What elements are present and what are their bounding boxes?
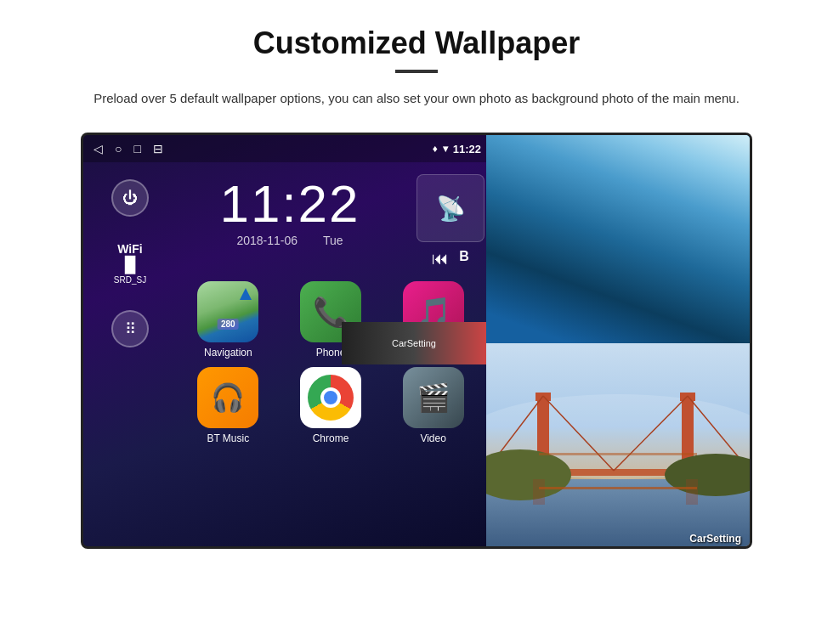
page-title: Customized Wallpaper bbox=[51, 25, 782, 61]
chrome-icon bbox=[300, 367, 361, 428]
wifi-name: SRD_SJ bbox=[114, 275, 146, 285]
app-navigation[interactable]: 280 Navigation bbox=[181, 281, 275, 359]
wallpaper-ice-cave[interactable] bbox=[486, 135, 750, 343]
carsetting-label: CarSetting bbox=[392, 338, 436, 348]
svg-point-2 bbox=[639, 135, 750, 182]
svg-marker-4 bbox=[571, 135, 622, 178]
nav-arrow bbox=[240, 288, 252, 300]
nav-road-label: 280 bbox=[218, 319, 239, 330]
nav-icons: ◁ ○ □ ⊟ bbox=[94, 142, 163, 155]
status-bar: ◁ ○ □ ⊟ ♦ ▾ 11:22 bbox=[83, 135, 491, 162]
prev-track-icon[interactable]: ⏮ bbox=[432, 249, 449, 268]
media-section: 📡 ⏮ B bbox=[416, 174, 484, 268]
sidebar: ⏻ WiFi ▐▌ SRD_SJ ⠿ bbox=[83, 162, 177, 549]
svg-point-7 bbox=[584, 152, 652, 322]
clock-date-text: 2018-11-06 bbox=[236, 234, 298, 247]
clock-date: 2018-11-06 Tue bbox=[236, 234, 343, 247]
navigation-label: Navigation bbox=[204, 347, 252, 359]
wifi-info: WiFi ▐▌ SRD_SJ bbox=[114, 242, 146, 285]
radio-icon-box[interactable]: 📡 bbox=[416, 174, 484, 242]
carsetting-strip: CarSetting bbox=[342, 322, 486, 364]
home-icon[interactable]: ○ bbox=[115, 142, 122, 155]
svg-marker-5 bbox=[656, 135, 716, 195]
wifi-bars: ▐▌ bbox=[114, 256, 146, 274]
ice-cave-svg bbox=[486, 135, 750, 343]
clock-day-text: Tue bbox=[323, 234, 343, 247]
navigation-icon: 280 bbox=[197, 281, 258, 342]
app-chrome[interactable]: Chrome bbox=[284, 367, 378, 444]
carsetting-label-overlay: CarSetting bbox=[689, 533, 741, 545]
svg-point-9 bbox=[567, 292, 669, 318]
video-glyph: 🎬 bbox=[416, 381, 450, 414]
wifi-icon: ▾ bbox=[443, 143, 448, 155]
screenshot-icon[interactable]: ⊟ bbox=[153, 142, 163, 155]
svg-marker-3 bbox=[503, 135, 554, 186]
btmusic-label: BT Music bbox=[207, 432, 249, 444]
page-description: Preload over 5 default wallpaper options… bbox=[51, 88, 782, 109]
svg-rect-25 bbox=[686, 479, 698, 505]
radio-icon: 📡 bbox=[436, 195, 466, 223]
app-video[interactable]: 🎬 Video bbox=[386, 367, 480, 444]
btmusic-icon: 🎧 bbox=[197, 367, 258, 428]
page-wrapper: Customized Wallpaper Preload over 5 defa… bbox=[0, 0, 833, 566]
status-right: ♦ ▾ 11:22 bbox=[433, 143, 481, 155]
video-label: Video bbox=[420, 432, 445, 444]
apps-button[interactable]: ⠿ bbox=[111, 310, 149, 347]
next-label-icon: B bbox=[459, 249, 469, 268]
power-button[interactable]: ⏻ bbox=[111, 179, 149, 217]
video-icon: 🎬 bbox=[403, 367, 464, 428]
bridge-svg bbox=[486, 343, 750, 549]
status-time: 11:22 bbox=[453, 143, 481, 155]
media-controls: ⏮ B bbox=[432, 249, 469, 268]
chrome-label: Chrome bbox=[313, 432, 349, 444]
clock-display: 11:22 bbox=[219, 178, 360, 230]
svg-marker-6 bbox=[486, 135, 520, 203]
title-divider bbox=[395, 70, 438, 73]
svg-rect-0 bbox=[486, 135, 750, 343]
wallpaper-bridge[interactable]: CarSetting bbox=[486, 343, 750, 549]
recents-icon[interactable]: □ bbox=[133, 142, 140, 155]
wallpaper-thumbnails: CarSetting bbox=[486, 135, 750, 549]
location-icon: ♦ bbox=[433, 143, 438, 155]
back-icon[interactable]: ◁ bbox=[94, 142, 103, 155]
wifi-label: WiFi bbox=[114, 242, 146, 256]
svg-rect-8 bbox=[486, 288, 750, 343]
clock-section: 11:22 2018-11-06 Tue bbox=[177, 171, 403, 247]
chrome-inner-circle bbox=[320, 387, 341, 408]
clock-media-row: 11:22 2018-11-06 Tue 📡 bbox=[177, 162, 484, 268]
app-btmusic[interactable]: 🎧 BT Music bbox=[181, 367, 275, 444]
bluetooth-glyph: 🎧 bbox=[211, 381, 245, 414]
svg-rect-24 bbox=[533, 479, 545, 505]
device-frame: ◁ ○ □ ⊟ ♦ ▾ 11:22 ⏻ WiFi ▐▌ bbox=[81, 133, 752, 549]
svg-point-1 bbox=[486, 135, 605, 195]
